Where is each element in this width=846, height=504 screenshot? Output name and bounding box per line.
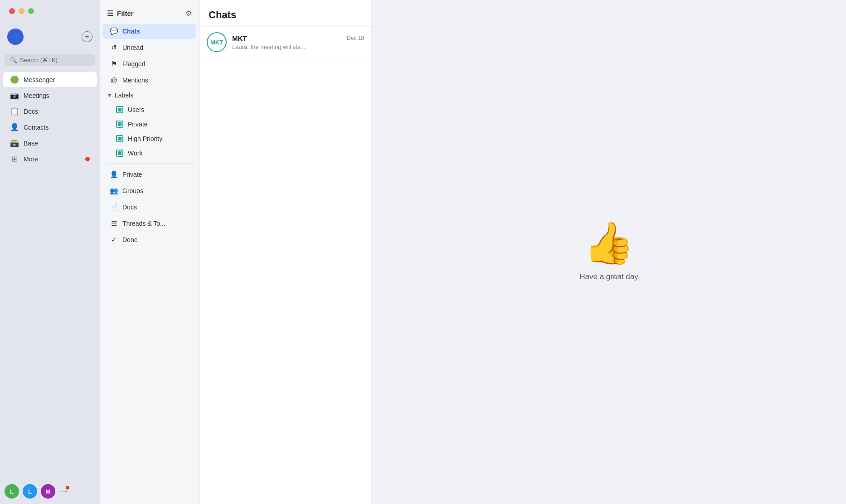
check-icon: ✓ [110,236,118,244]
sidebar-item-contacts-label: Contacts [24,124,49,131]
gear-icon[interactable]: ⚙ [185,9,192,18]
meetings-icon: 📷 [10,91,19,100]
nav2-item-threads[interactable]: ☰ Threads & To... [102,216,196,231]
chevron-down-icon: ▼ [107,92,112,98]
labels-header[interactable]: ▼ Labels [100,88,199,102]
sidebar-item-base-label: Base [24,140,38,147]
nav2-item-unread-label: Unread [122,44,143,51]
label-private-icon [116,121,123,128]
label-users-icon [116,106,123,113]
unread-icon: ↺ [110,44,118,52]
chat-panel: Chats MKT MKT Dec 18 Laura: the meeting … [199,0,372,504]
bottom-avatar-m-purple[interactable]: M [41,484,55,499]
nav2-item-docs-label: Docs [122,204,137,211]
more-avatars-button[interactable]: ··· [61,487,68,496]
nav2-item-threads-label: Threads & To... [122,220,165,227]
chat-panel-header: Chats [199,0,371,27]
nav2-item-mentions-label: Mentions [122,77,148,84]
docs-nav-icon: 📄 [110,203,118,211]
more-badge [85,157,90,161]
search-bar[interactable]: 🔍 Search (⌘+K) [5,54,95,66]
chat-item-mkt[interactable]: MKT MKT Dec 18 Laura: the meeting will s… [199,27,371,58]
sidebar-item-more[interactable]: ⊞ More [3,151,97,166]
threads-icon: ☰ [110,219,118,228]
label-item-high-priority[interactable]: High Priority [102,132,196,145]
thumbs-up-emoji: 👍 [583,223,634,263]
traffic-lights [9,8,34,14]
sidebar-item-docs[interactable]: 📋 Docs [3,104,97,119]
chat-name-row: MKT Dec 18 [232,34,364,42]
nav2-item-private[interactable]: 👤 Private [102,167,196,182]
chat-name: MKT [232,34,247,42]
bottom-avatars: L L M ··· [0,479,100,504]
messenger-icon: 🟢 [10,75,19,84]
mentions-icon: @ [110,76,118,84]
add-button[interactable]: + [82,31,92,42]
left-sidebar: 👤 + 🔍 Search (⌘+K) 🟢 Messenger 📷 Meeting… [0,0,100,504]
label-item-work-label: Work [128,150,142,157]
label-work-icon [116,150,123,157]
label-high-priority-icon [116,135,123,142]
nav2-item-chats-label: Chats [122,28,140,35]
chat-avatar-text: MKT [210,39,223,46]
sidebar-item-base[interactable]: 🗃️ Base [3,136,97,150]
minimize-button[interactable] [19,8,24,14]
nav2-item-unread[interactable]: ↺ Unread [102,40,196,55]
sidebar-item-contacts[interactable]: 👤 Contacts [3,120,97,135]
nav2-item-flagged-label: Flagged [122,60,146,68]
contacts-icon: 👤 [10,123,19,131]
nav2-item-flagged[interactable]: ⚑ Flagged [102,56,196,72]
sidebar-item-more-label: More [24,155,38,163]
bottom-avatar-l-green[interactable]: L [5,484,19,499]
nav2-item-groups[interactable]: 👥 Groups [102,183,196,199]
bottom-avatar-l-blue[interactable]: L [23,484,37,499]
filter-label: Filter [117,10,134,17]
person-icon: 👤 [110,170,118,179]
sidebar-item-messenger[interactable]: 🟢 Messenger [3,72,97,87]
sidebar-item-meetings[interactable]: 📷 Meetings [3,88,97,103]
docs-icon: 📋 [10,107,19,116]
label-item-work[interactable]: Work [102,146,196,160]
chat-preview: Laura: the meeting will sta... [232,44,364,50]
label-item-users[interactable]: Users [102,103,196,116]
avatar[interactable]: 👤 [7,29,24,45]
sidebar-item-meetings-label: Meetings [24,92,49,99]
search-text: Search (⌘+K) [20,57,58,63]
people-icon: 👥 [110,187,118,195]
search-icon: 🔍 [10,57,17,63]
close-button[interactable] [9,8,15,14]
maximize-button[interactable] [28,8,34,14]
nav-sidebar: ☰ Filter ⚙ 💬 Chats ↺ Unread ⚑ Flagged @ … [100,0,199,504]
user-area: 👤 + [0,25,100,48]
great-day-message: Have a great day [579,272,638,281]
nav2-item-done[interactable]: ✓ Done [102,232,196,247]
chat-info-mkt: MKT Dec 18 Laura: the meeting will sta..… [232,34,364,50]
sidebar-item-docs-label: Docs [24,108,38,115]
app-window: 👤 + 🔍 Search (⌘+K) 🟢 Messenger 📷 Meeting… [0,0,846,504]
label-item-users-label: Users [128,106,145,113]
sidebar-item-messenger-label: Messenger [24,76,55,83]
nav2-item-groups-label: Groups [122,187,143,194]
avatars-badge [66,486,69,489]
chats-icon: 💬 [110,27,118,35]
main-content: 👍 Have a great day [372,0,846,504]
filter-header: ☰ Filter ⚙ [100,5,199,23]
chat-date: Dec 18 [347,35,364,41]
nav2-item-mentions[interactable]: @ Mentions [102,73,196,87]
chat-avatar-mkt: MKT [207,32,227,52]
nav2-item-docs[interactable]: 📄 Docs [102,199,196,215]
base-icon: 🗃️ [10,139,19,147]
filter-icon: ☰ [107,9,113,18]
label-item-private[interactable]: Private [102,117,196,131]
nav2-item-chats[interactable]: 💬 Chats [102,24,196,39]
more-icon: ⊞ [10,155,19,163]
label-item-high-priority-label: High Priority [128,135,162,142]
section-divider [105,163,194,164]
nav2-item-done-label: Done [122,236,137,243]
flag-icon: ⚑ [110,60,118,68]
labels-label: Labels [115,92,133,99]
filter-left: ☰ Filter [107,9,134,18]
nav2-item-private-label: Private [122,171,142,178]
label-item-private-label: Private [128,121,148,128]
